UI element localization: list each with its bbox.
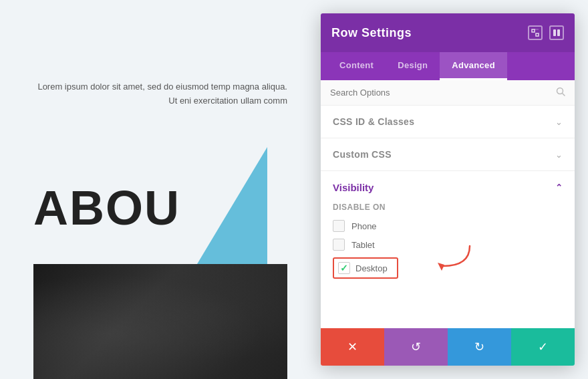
image-overlay	[33, 264, 287, 379]
svg-rect-1	[536, 33, 539, 36]
css-id-classes-label: CSS ID & Classes	[333, 116, 414, 127]
visibility-section: Visibility ⌃ Disable on Phone Tablet ✓ D…	[321, 171, 575, 292]
desktop-label: Desktop	[355, 263, 388, 273]
custom-css-chevron: ⌄	[555, 150, 563, 160]
visibility-header[interactable]: Visibility ⌃	[333, 182, 563, 193]
svg-line-6	[563, 94, 565, 96]
phone-checkbox[interactable]	[333, 220, 345, 232]
custom-css-label: Custom CSS	[333, 149, 392, 160]
svg-rect-4	[557, 29, 560, 36]
blue-triangle-decoration	[187, 147, 267, 281]
search-input[interactable]	[330, 88, 556, 98]
svg-rect-3	[553, 29, 556, 36]
desktop-checkbox[interactable]: ✓	[338, 262, 350, 274]
undo-icon: ↺	[411, 340, 421, 354]
search-icon	[556, 87, 565, 98]
expand-icon[interactable]	[528, 25, 543, 40]
phone-option-row: Phone	[333, 220, 563, 232]
panel-footer: ✕ ↺ ↻ ✓	[321, 328, 575, 366]
panel-header: Row Settings	[321, 13, 575, 52]
redo-button[interactable]: ↻	[448, 328, 511, 366]
panel-title: Row Settings	[331, 26, 412, 40]
tab-content[interactable]: Content	[327, 52, 386, 80]
css-id-classes-section[interactable]: CSS ID & Classes ⌄	[321, 106, 575, 138]
css-id-classes-chevron: ⌄	[555, 117, 563, 127]
desktop-highlight-box: ✓ Desktop	[333, 257, 398, 279]
lorem-text: Lorem ipsum dolor sit amet, sed do eiusm…	[37, 82, 287, 106]
desktop-option-row: ✓ Desktop	[333, 257, 563, 279]
checkmark-icon: ✓	[340, 263, 348, 273]
redo-icon: ↻	[474, 340, 484, 354]
panel-tabs: Content Design Advanced	[321, 52, 575, 80]
custom-css-section[interactable]: Custom CSS ⌄	[321, 138, 575, 171]
svg-rect-0	[532, 29, 535, 32]
phone-label: Phone	[351, 221, 377, 231]
arrow-annotation	[430, 243, 476, 275]
tablet-checkbox[interactable]	[333, 239, 345, 251]
search-bar	[321, 80, 575, 106]
undo-button[interactable]: ↺	[384, 328, 448, 366]
row-settings-panel: Row Settings Content Design	[321, 13, 575, 366]
visibility-label: Visibility	[333, 182, 374, 193]
disable-on-label: Disable on	[333, 203, 563, 212]
page-text-content: Lorem ipsum dolor sit amet, sed do eiusm…	[33, 80, 287, 108]
columns-icon[interactable]	[549, 25, 564, 40]
save-icon: ✓	[538, 340, 548, 354]
cancel-icon: ✕	[347, 340, 357, 354]
dark-image-area	[33, 264, 287, 379]
visibility-chevron: ⌃	[555, 182, 563, 193]
tab-design[interactable]: Design	[386, 52, 440, 80]
header-icons	[528, 25, 564, 40]
save-button[interactable]: ✓	[511, 328, 575, 366]
svg-marker-7	[438, 263, 444, 271]
tablet-label: Tablet	[351, 240, 375, 250]
cancel-button[interactable]: ✕	[321, 328, 384, 366]
red-arrow-icon	[430, 243, 476, 273]
panel-spacer	[321, 292, 575, 328]
tab-advanced[interactable]: Advanced	[440, 52, 507, 80]
about-heading: ABOU	[33, 180, 180, 235]
